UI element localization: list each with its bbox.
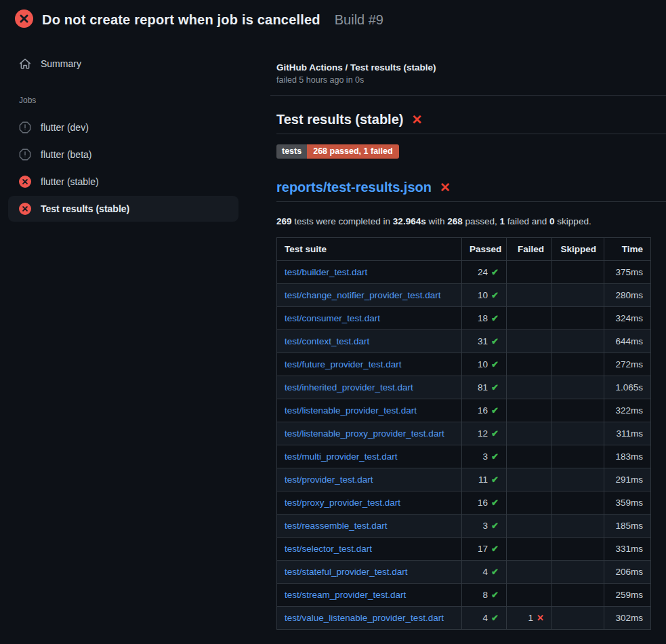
test-suite-link[interactable]: test/multi_provider_test.dart [285,451,398,462]
skipped-cell [552,261,604,284]
failed-status-icon [19,176,31,188]
skipped-cell [552,284,604,307]
table-row: test/selector_test.dart 17✔ 331ms [277,538,651,561]
check-icon: ✔ [491,336,499,346]
sidebar-item-summary[interactable]: Summary [8,51,238,77]
table-row: test/multi_provider_test.dart 3✔ 183ms [277,445,651,468]
breadcrumb: GitHub Actions / Test results (stable) [276,62,666,73]
check-icon: ✔ [491,590,499,600]
passed-count: 4 [483,567,488,577]
skipped-cell [552,491,604,515]
skipped-cell [552,353,604,376]
test-suite-link[interactable]: test/provider_test.dart [285,475,373,485]
skipped-cell [552,422,604,445]
passed-count: 10 [478,359,488,369]
home-icon [19,58,31,70]
sidebar-item-label: Test results (stable) [41,203,129,214]
test-suite-link[interactable]: test/listenable_provider_test.dart [285,405,417,416]
sidebar-item-flutter-beta[interactable]: flutter (beta) [8,142,238,167]
time-value: 302ms [615,613,643,623]
tests-badge: tests 268 passed, 1 failed [276,144,399,159]
test-suite-link[interactable]: test/context_test.dart [285,336,369,346]
cross-icon: ✕ [440,180,451,195]
check-icon: ✔ [491,359,499,369]
table-row: test/proxy_provider_test.dart 16✔ 359ms [277,491,651,515]
sidebar-item-flutter-stable[interactable]: flutter (stable) [8,169,238,195]
failed-count: 1 [528,613,534,623]
test-suite-link[interactable]: test/stateful_provider_test.dart [285,567,408,577]
build-number: Build #9 [335,12,383,28]
table-row: test/provider_test.dart 11✔ 291ms [277,468,651,491]
cross-icon: ✕ [537,613,544,623]
table-row: test/context_test.dart 31✔ 644ms [277,330,651,353]
table-row: test/reassemble_test.dart 3✔ 185ms [277,515,651,538]
test-suite-link[interactable]: test/reassemble_test.dart [285,521,388,531]
report-title-text[interactable]: reports/test-results.json [276,180,432,195]
skipped-cell [552,584,604,607]
failed-status-icon [19,203,31,215]
sidebar-item-flutter-dev[interactable]: flutter (dev) [8,115,238,140]
test-suite-link[interactable]: test/inherited_provider_test.dart [285,382,413,393]
table-row: test/change_notifier_provider_test.dart … [277,284,651,307]
section-title-text: Test results (stable) [276,112,403,127]
time-value: 206ms [615,567,643,577]
cancelled-icon [19,148,31,161]
time-value: 324ms [615,313,643,323]
sidebar-item-label: flutter (dev) [41,122,89,133]
table-row: test/builder_test.dart 24✔ 375ms [277,261,651,284]
badge-value: 268 passed, 1 failed [307,144,398,159]
test-suite-link[interactable]: test/consumer_test.dart [285,313,380,323]
table-row: test/stream_provider_test.dart 8✔ 259ms [277,584,651,607]
main-content: GitHub Actions / Test results (stable) f… [270,38,666,630]
passed-count: 12 [478,428,488,439]
test-suite-link[interactable]: test/stream_provider_test.dart [285,590,406,600]
passed-count: 16 [478,405,488,416]
time-value: 311ms [616,428,643,439]
badge-label: tests [276,144,307,159]
table-row: test/inherited_provider_test.dart 81✔ 1.… [277,376,651,399]
passed-count: 81 [478,382,488,393]
test-suite-link[interactable]: test/proxy_provider_test.dart [285,498,400,508]
skipped-cell [552,330,604,353]
test-suite-link[interactable]: test/future_provider_test.dart [285,359,402,369]
check-icon: ✔ [491,267,499,277]
skipped-cell [552,515,604,538]
skipped-cell [552,376,604,399]
time-value: 272ms [615,359,643,369]
failed-status-icon [15,9,33,30]
time-value: 1.065s [615,382,643,393]
time-value: 291ms [615,475,643,485]
sidebar-item-label: flutter (stable) [41,176,99,187]
test-suite-link[interactable]: test/value_listenable_provider_test.dart [285,613,444,623]
table-row: test/future_provider_test.dart 10✔ 272ms [277,353,651,376]
time-value: 322ms [615,405,643,416]
sidebar-item-test-results-stable[interactable]: Test results (stable) [8,196,238,222]
cancelled-icon [19,121,31,134]
test-suite-link[interactable]: test/listenable_proxy_provider_test.dart [285,428,444,439]
skipped-cell [552,468,604,491]
build-header: Do not create report when job is cancell… [0,0,666,38]
sidebar-item-label: flutter (beta) [41,149,91,160]
col-header-failed: Failed [507,238,552,261]
passed-count: 31 [478,336,488,346]
passed-count: 10 [478,290,488,300]
passed-count: 8 [483,590,488,600]
skipped-cell [552,399,604,422]
passed-count: 24 [478,267,488,277]
time-value: 331ms [615,544,643,554]
skipped-cell [552,445,604,468]
summary-line: 269 tests were completed in 32.964s with… [276,216,666,226]
test-results-table: Test suite Passed Failed Skipped Time te… [276,237,651,630]
check-icon: ✔ [491,290,499,300]
time-value: 375ms [615,267,643,277]
test-suite-link[interactable]: test/builder_test.dart [285,267,367,277]
time-value: 280ms [615,290,643,300]
time-value: 185ms [615,521,643,531]
test-suite-link[interactable]: test/selector_test.dart [285,544,372,554]
sidebar-item-label: Summary [41,58,81,69]
check-icon: ✔ [491,451,499,462]
passed-count: 3 [483,451,488,462]
check-icon: ✔ [491,567,499,577]
col-header-test-suite: Test suite [277,238,462,261]
test-suite-link[interactable]: test/change_notifier_provider_test.dart [285,290,440,300]
